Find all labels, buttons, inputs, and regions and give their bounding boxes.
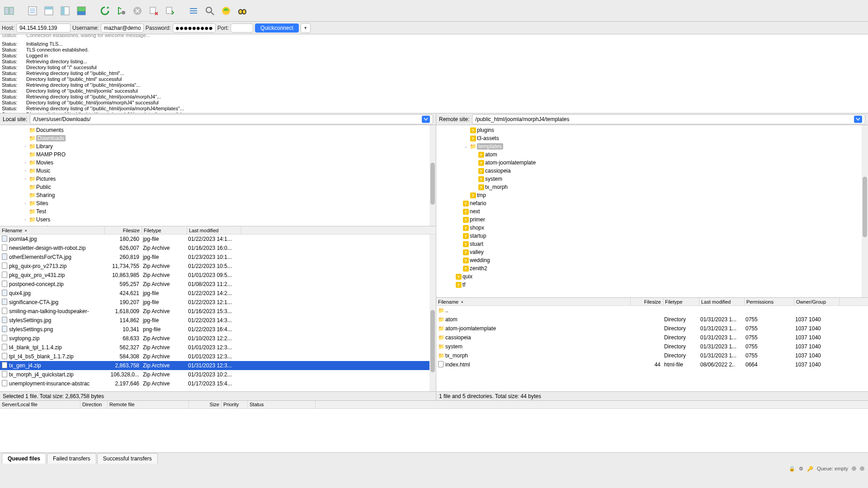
message-log[interactable]: Status:Connection established, waiting f… [0,34,868,113]
scrollbar[interactable] [429,125,436,226]
file-row[interactable]: tpl_t4_bs5_blank_1.1.7.zip584,308Zip Arc… [0,352,436,361]
disconnect-icon[interactable] [146,4,161,18]
tree-item[interactable]: ?tf [436,281,868,289]
toggle-queue-icon[interactable] [74,4,89,18]
file-row[interactable]: stylesSettings.jpg114,862jpg-file01/22/2… [0,316,436,325]
col-status[interactable]: Status [248,401,316,408]
file-row[interactable]: postponed-concept.zip595,257Zip Archive0… [0,280,436,289]
remote-directory-tree[interactable]: ?plugins?t3-assets⌄📁templates?atom?atom-… [436,125,868,298]
file-row[interactable]: t4_blank_tpl_1.1.4.zip562,327Zip Archive… [0,343,436,352]
col-lastmod[interactable]: Last modified [699,298,745,305]
remote-list-header[interactable]: Filename▲ Filesize Filetype Last modifie… [436,298,868,306]
key-icon[interactable]: 🔑 [807,466,813,472]
toggle-local-tree-icon[interactable] [42,4,56,18]
file-row[interactable]: 📁atom-joomlatemplateDirectory01/31/2023 … [436,324,868,333]
file-row[interactable]: 📁systemDirectory01/31/2023 1...07551037 … [436,342,868,351]
local-path-input[interactable]: /Users/user/Downloads/ [30,114,433,124]
tree-item[interactable]: 📁Downloads [0,134,436,142]
queue-header[interactable]: Server/Local file Direction Remote file … [0,401,868,409]
tree-item[interactable]: ?zenith2 [436,264,868,272]
tree-item[interactable]: ⌄📁templates [436,142,868,150]
local-list-header[interactable]: Filename▲ Filesize Filetype Last modifie… [0,226,436,235]
col-owner[interactable]: Owner/Group [794,298,840,305]
binoculars-icon[interactable] [235,4,250,18]
col-priority[interactable]: Priority [222,401,248,408]
toggle-remote-tree-icon[interactable] [58,4,72,18]
tree-item[interactable]: 📁Documents [0,126,436,134]
tree-item[interactable]: 📁Public [0,183,436,191]
col-lastmod[interactable]: Last modified [187,226,241,234]
tree-item[interactable]: ›📁Movies [0,159,436,167]
col-permissions[interactable]: Permissions [745,298,794,305]
tree-item[interactable]: ?next [436,207,868,216]
local-directory-tree[interactable]: 📁Documents📁Downloads›📁Library📁MAMP PRO›📁… [0,125,436,226]
file-row[interactable]: pkg_quix-pro_v2713.zip11,734,755Zip Arch… [0,262,436,271]
gear-icon[interactable]: ⚙ [799,466,803,472]
password-input[interactable] [173,23,216,33]
file-row[interactable]: tx_morph_j4_quickstart.zip106,328,0...Zi… [0,370,436,379]
remote-path-dropdown-icon[interactable] [854,116,862,123]
filter-icon[interactable] [186,4,201,18]
col-filename[interactable]: Filename▲ [436,298,631,305]
file-row[interactable]: significance-CTA.jpg190,207jpg-file01/22… [0,298,436,307]
tree-item[interactable]: ?valley [436,248,868,256]
tree-item[interactable]: ›📁Sites [0,199,436,207]
quickconnect-button[interactable]: Quickconnect [255,23,299,33]
tree-item[interactable]: ?wedding [436,256,868,264]
file-row[interactable]: joomla4.jpg180,260jpg-file01/22/2023 14:… [0,235,436,244]
tree-item[interactable]: 📁MAMP PRO [0,150,436,159]
tree-item[interactable]: ?system [436,175,868,183]
tree-item[interactable]: ?atom [436,150,868,159]
tree-item[interactable]: ?tmp [436,191,868,199]
file-row[interactable]: stylesSettings.png10,341png-file01/22/20… [0,325,436,334]
remote-file-list[interactable]: Filename▲ Filesize Filetype Last modifie… [436,298,868,392]
tree-item[interactable]: ?tx_morph [436,183,868,191]
reconnect-icon[interactable] [163,4,177,18]
search-icon[interactable] [203,4,217,18]
host-input[interactable] [16,23,71,33]
tree-item[interactable]: ?shopx [436,224,868,232]
tree-item[interactable]: ?quix [436,272,868,281]
toggle-log-icon[interactable] [25,4,40,18]
col-filetype[interactable]: Filetype [663,298,699,305]
tree-item[interactable]: ?plugins [436,126,868,134]
file-row[interactable]: 📁cassiopeiaDirectory01/31/2023 1...07551… [436,333,868,342]
tree-item[interactable]: ?t3-assets [436,134,868,142]
tab-queued[interactable]: Queued files [2,453,46,464]
tree-item[interactable]: 📁Sharing [0,191,436,199]
col-filetype[interactable]: Filetype [142,226,187,234]
col-filesize[interactable]: Filesize [105,226,142,234]
file-row[interactable]: index.html44html-file08/06/2022 2..06641… [436,360,868,369]
tab-successful[interactable]: Successful transfers [97,453,158,464]
file-row[interactable]: tx_gen_j4.zip2,863,758Zip Archive01/31/2… [0,361,436,370]
file-row[interactable]: 📁.. [436,306,868,315]
scrollbar[interactable] [429,235,436,391]
quickconnect-dropdown[interactable]: ▼ [301,23,311,33]
tree-item[interactable]: ?primer [436,216,868,224]
site-manager-icon[interactable] [2,4,16,18]
col-size[interactable]: Size [189,401,222,408]
file-row[interactable]: smiling-man-talking-loudspeaker-1,618,00… [0,307,436,316]
tree-item[interactable]: ?cassiopeia [436,167,868,175]
local-path-dropdown-icon[interactable] [422,116,430,123]
port-input[interactable] [231,23,253,33]
tree-item[interactable]: ›📁Library [0,142,436,150]
tree-item[interactable]: ?nefario [436,199,868,207]
tree-item[interactable]: ›📁Music [0,167,436,175]
tree-item[interactable]: ?startup [436,232,868,240]
file-row[interactable]: svgtopng.zip68,633Zip Archive01/10/2023 … [0,334,436,343]
col-filesize[interactable]: Filesize [631,298,663,305]
file-row[interactable]: pkg_quix_pro_v431.zip10,863,985Zip Archi… [0,271,436,280]
col-filename[interactable]: Filename▲ [0,226,105,234]
tab-failed[interactable]: Failed transfers [47,453,96,464]
file-row[interactable]: unemployment-insurance-abstrac2,197,646Z… [0,379,436,388]
tree-item[interactable]: ?stuart [436,240,868,248]
file-row[interactable]: 📁atomDirectory01/31/2023 1...07551037 10… [436,315,868,324]
file-row[interactable]: quix4.jpg424,621jpg-file01/22/2023 14:2.… [0,289,436,298]
lock-icon[interactable]: 🔒 [789,466,795,472]
col-direction[interactable]: Direction [80,401,108,408]
compare-icon[interactable] [219,4,233,18]
remote-path-input[interactable]: /public_html/joomla/morphJ4/templates [472,114,865,124]
local-file-list[interactable]: Filename▲ Filesize Filetype Last modifie… [0,226,436,392]
queue-body[interactable] [0,409,868,452]
